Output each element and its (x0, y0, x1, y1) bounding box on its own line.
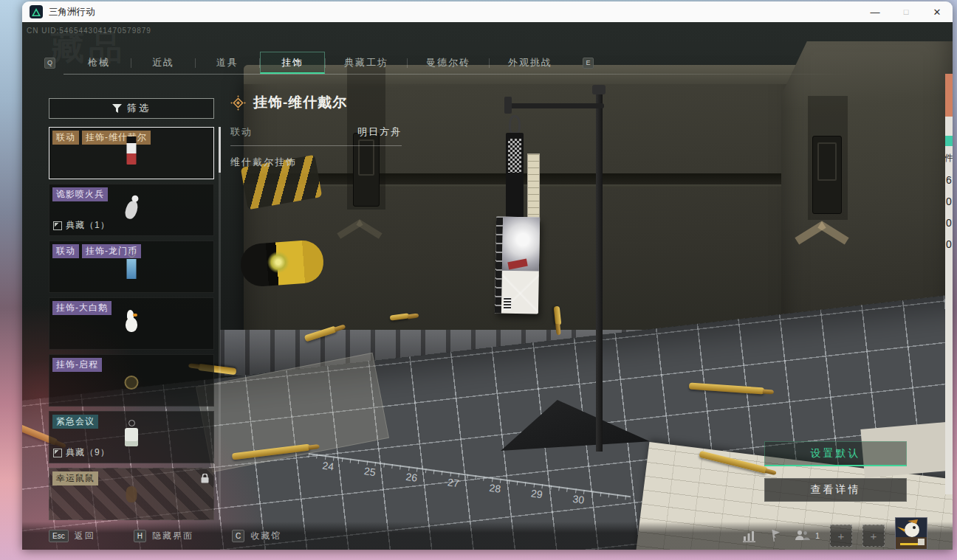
item-badge: 诡影喷火兵 (52, 187, 108, 201)
tab-melee[interactable]: 近战 (131, 52, 195, 74)
edge-orange-block (945, 74, 953, 117)
window-titlebar[interactable]: 三角洲行动 — □ ✕ (22, 1, 953, 22)
minimize-button[interactable]: — (860, 1, 891, 22)
window-title: 三角洲行动 (49, 6, 95, 18)
plus-icon: + (838, 530, 845, 542)
set-default-button[interactable]: 设置默认 (764, 441, 907, 466)
player-avatar[interactable] (895, 517, 927, 550)
charm-thumbnail (125, 376, 139, 390)
tab-items[interactable]: 道具 (196, 52, 259, 74)
empty-team-slot[interactable]: + (862, 525, 885, 547)
charm-hook (509, 115, 521, 134)
collection-icon (53, 449, 62, 457)
right-edge-panel: 件 6 0 0 0 (945, 74, 953, 494)
friends-icon[interactable] (795, 528, 811, 544)
item-badge: 联动 (52, 244, 79, 258)
item-badge: 紧急会议 (52, 415, 98, 429)
social-bar: 1 + + (741, 517, 927, 550)
list-item-lungmen-coin[interactable]: 联动 挂饰-龙门币 (49, 241, 214, 293)
edge-unit: 件 (945, 152, 953, 165)
plus-icon: + (871, 530, 877, 542)
list-item-lucky-mouse[interactable]: 幸运鼠鼠 (49, 468, 214, 520)
tab-firearms[interactable]: 枪械 (67, 52, 131, 74)
app-window: 三角洲行动 — □ ✕ 24 (22, 1, 953, 550)
filter-button[interactable]: 筛选 (49, 98, 214, 119)
flag-icon[interactable] (768, 528, 784, 544)
page-title: 挂饰-维什戴尔 (253, 93, 347, 112)
esc-key-chip: Esc (49, 530, 69, 542)
next-tab-key-hint: E (583, 58, 594, 69)
hint-hide-ui[interactable]: H 隐藏界面 (134, 530, 193, 542)
item-badge: 挂饰-维什戴尔 (82, 131, 151, 145)
list-item-wisadel[interactable]: 联动 挂饰-维什戴尔 (49, 127, 214, 179)
collab-info-row: 联动 明日方舟 (230, 125, 402, 146)
tab-charms[interactable]: 挂饰 (260, 52, 325, 74)
list-item-flamethrower[interactable]: 诡影喷火兵 典藏（1） (49, 184, 214, 236)
charm-thumbnail (126, 486, 137, 502)
tab-mandel-brick[interactable]: 曼德尔砖 (408, 52, 489, 74)
uid-text: CN UID:5465443041470579879 (27, 27, 151, 35)
collab-value: 明日方舟 (357, 125, 402, 139)
view-details-button[interactable]: 查看详情 (764, 478, 907, 502)
charm-thumbnail (126, 317, 137, 332)
empty-team-slot[interactable]: + (830, 525, 852, 547)
h-key-chip: H (134, 530, 146, 542)
stats-icon[interactable] (741, 528, 758, 544)
bottom-bar: Esc 返回 H 隐藏界面 C 收藏馆 (22, 522, 953, 550)
detail-panel: 挂饰-维什戴尔 联动 明日方舟 维什戴尔挂饰 (230, 93, 402, 169)
charm-thumbnail (127, 136, 137, 165)
tab-appearance-challenge[interactable]: 外观挑战 (490, 52, 571, 74)
item-badge: 挂饰-大白鹅 (52, 301, 112, 315)
game-viewport: 24 25 26 27 28 29 30 (22, 22, 953, 550)
tab-bar: Q 枪械 近战 道具 挂饰 典藏工坊 曼德尔砖 外观挑战 E (44, 52, 594, 74)
scrollbar-thumb[interactable] (219, 127, 221, 173)
list-item-emergency-meeting[interactable]: 紧急会议 典藏（9） (49, 411, 214, 463)
charm-subtitle: 维什戴尔挂饰 (230, 156, 402, 169)
key-hints: Esc 返回 H 隐藏界面 C 收藏馆 (49, 530, 281, 542)
prev-tab-key-hint: Q (44, 58, 55, 69)
charm-tag (495, 216, 540, 314)
edge-teal-chip (945, 136, 953, 146)
app-logo-icon (30, 5, 43, 18)
funnel-icon (112, 104, 122, 113)
item-badge: 挂饰-启程 (52, 358, 102, 372)
action-buttons: 设置默认 查看详情 (764, 441, 907, 502)
list-item-departure[interactable]: 挂饰-启程 (49, 354, 214, 407)
item-badge: 联动 (52, 131, 79, 145)
c-key-chip: C (232, 530, 244, 542)
collab-label: 联动 (230, 125, 253, 139)
tab-underline (64, 74, 854, 75)
friend-count: 1 (815, 531, 820, 540)
list-scrollbar[interactable] (219, 127, 221, 520)
list-item-goose[interactable]: 挂饰-大白鹅 (49, 297, 214, 350)
charm-thumbnail (127, 259, 137, 279)
display-stand (596, 93, 603, 452)
charm-list: 联动 挂饰-维什戴尔 诡影喷火兵 典藏（1） 联动 挂饰-龙门币 挂饰-大白鹅 (49, 127, 214, 520)
collection-icon (53, 221, 62, 230)
hint-collection-hall[interactable]: C 收藏馆 (232, 530, 281, 542)
hint-return[interactable]: Esc 返回 (49, 530, 95, 542)
item-badge: 幸运鼠鼠 (52, 471, 98, 485)
charm-category-icon (230, 95, 246, 111)
bottle-prop (239, 239, 325, 288)
maximize-button[interactable]: □ (891, 1, 922, 22)
charm-thumbnail (123, 199, 140, 220)
lock-icon (201, 473, 209, 486)
collection-count: 典藏（9） (66, 446, 110, 459)
close-button[interactable]: ✕ (922, 1, 953, 22)
collection-count: 典藏（1） (66, 219, 110, 232)
charm-thumbnail (125, 428, 138, 446)
tab-collection-workshop[interactable]: 典藏工坊 (326, 52, 407, 74)
